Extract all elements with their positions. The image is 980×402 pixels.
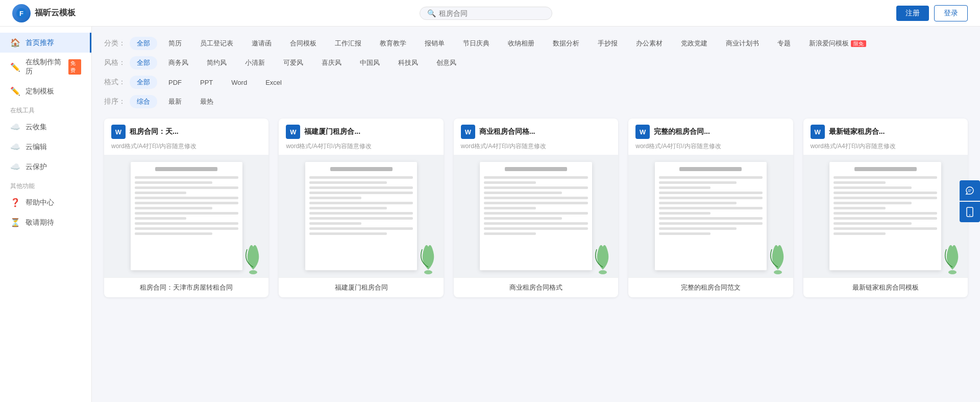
sidebar-item-coming: ⏳ 敬请期待 (0, 212, 91, 232)
card-3-name: 商业租房合同格式 (454, 277, 618, 297)
search-input[interactable] (439, 9, 545, 17)
cloud-edit-icon: ☁️ (10, 142, 20, 152)
cloud-protect-icon: ☁️ (10, 162, 20, 172)
card-2-title: 福建厦门租房合... (304, 127, 360, 136)
style-tag-creative[interactable]: 创意风 (429, 56, 463, 69)
plant-deco-1 (238, 237, 268, 277)
new-badge: 限免 (851, 40, 866, 47)
sidebar-item-home[interactable]: 🏠 首页推荐 (0, 33, 91, 53)
card-3-title: 商业租房合同格... (479, 127, 535, 136)
filter-tag-data[interactable]: 数据分析 (546, 37, 586, 50)
filter-tag-biz[interactable]: 商业计划书 (719, 37, 766, 50)
sidebar-item-help[interactable]: ❓ 帮助中心 (0, 193, 91, 212)
style-tag-fresh[interactable]: 小清新 (238, 56, 272, 69)
layout: 🏠 首页推荐 ✏️ 在线制作简历 免费 ✏️ 定制模板 在线工具 ☁️ 云收集 … (0, 0, 980, 402)
style-tag-chinese[interactable]: 中国风 (353, 56, 387, 69)
plant-deco-4 (763, 237, 793, 277)
sidebar: 🏠 首页推荐 ✏️ 在线制作简历 免费 ✏️ 定制模板 在线工具 ☁️ 云收集 … (0, 27, 92, 402)
sidebar-item-cloud-protect[interactable]: ☁️ 云保护 (0, 157, 91, 177)
template-card-1[interactable]: W 租房合同：天... word格式/A4打印/内容随意修改 (104, 119, 268, 297)
word-icon-4: W (635, 125, 650, 139)
feedback-button[interactable] (960, 180, 980, 201)
template-card-3[interactable]: W 商业租房合同格... word格式/A4打印/内容随意修改 (454, 119, 618, 297)
template-card-5[interactable]: W 最新链家租房合... word格式/A4打印/内容随意修改 (803, 119, 968, 297)
style-tag-business[interactable]: 商务风 (161, 56, 195, 69)
sort-tag-newest[interactable]: 最新 (161, 95, 189, 108)
sidebar-item-custom[interactable]: ✏️ 定制模板 (0, 81, 91, 101)
filter-tag-all[interactable]: 全部 (130, 37, 157, 50)
filter-tag-resume[interactable]: 简历 (161, 37, 189, 50)
style-filter-row: 风格： 全部 商务风 简约风 小清新 可爱风 喜庆风 中国风 科技风 创意风 (104, 56, 968, 69)
format-tag-excel[interactable]: Excel (258, 77, 289, 88)
filter-tag-special[interactable]: 专题 (770, 37, 798, 50)
login-button[interactable]: 登录 (934, 5, 968, 21)
filter-tag-xinlang[interactable]: 新浪爱问模板限免 (802, 37, 873, 50)
filter-tag-report[interactable]: 工作汇报 (328, 37, 369, 50)
filter-tag-sales[interactable]: 报销单 (418, 37, 452, 50)
card-5-name: 最新链家租房合同模板 (803, 277, 968, 297)
custom-icon: ✏️ (10, 86, 20, 96)
format-tag-word[interactable]: Word (224, 77, 254, 88)
word-icon-5: W (811, 125, 825, 139)
style-tag-cute[interactable]: 可爱风 (276, 56, 310, 69)
sort-tag-comprehensive[interactable]: 综合 (130, 95, 157, 108)
style-tag-festive[interactable]: 喜庆风 (314, 56, 349, 69)
header: F 福昕云模板 🔍 注册 登录 (0, 0, 980, 27)
card-4-title: 完整的租房合同... (654, 127, 710, 136)
filter-tag-employee[interactable]: 员工登记表 (193, 37, 240, 50)
card-5-preview (803, 155, 968, 277)
sidebar-item-cloud-protect-label: 云保护 (26, 162, 47, 172)
sidebar-item-resume-label: 在线制作简历 (26, 58, 61, 76)
search-bar[interactable]: 🔍 (420, 7, 552, 20)
format-filter-row: 格式： 全部 PDF PPT Word Excel (104, 76, 968, 89)
logo-text: 福昕云模板 (35, 8, 76, 18)
sidebar-section-tools: 在线工具 (0, 101, 91, 117)
style-tag-tech[interactable]: 科技风 (391, 56, 425, 69)
card-2-doc (305, 162, 417, 270)
style-tag-all[interactable]: 全部 (130, 56, 157, 69)
template-card-2[interactable]: W 福建厦门租房合... word格式/A4打印/内容随意修改 (279, 119, 443, 297)
card-5-header: W 最新链家租房合... (803, 119, 968, 142)
card-1-preview (104, 155, 268, 277)
card-4-preview (628, 155, 793, 277)
svg-point-8 (969, 215, 970, 216)
svg-point-4 (599, 270, 607, 274)
card-1-name: 租房合同：天津市房屋转租合同 (104, 277, 268, 297)
filter-tag-contract[interactable]: 合同模板 (283, 37, 324, 50)
card-5-sub: word格式/A4打印/内容随意修改 (803, 142, 968, 155)
sidebar-item-cloud-edit[interactable]: ☁️ 云编辑 (0, 137, 91, 157)
format-tag-ppt[interactable]: PPT (193, 77, 220, 88)
card-2-name: 福建厦门租房合同 (279, 277, 443, 297)
main-content: 分类： 全部 简历 员工登记表 邀请函 合同模板 工作汇报 教育教学 报销单 节… (92, 27, 980, 402)
style-label: 风格： (104, 58, 126, 67)
svg-point-3 (424, 270, 432, 274)
category-filter-row: 分类： 全部 简历 员工登记表 邀请函 合同模板 工作汇报 教育教学 报销单 节… (104, 37, 968, 50)
header-right: 注册 登录 (896, 5, 968, 21)
card-3-preview (454, 155, 618, 277)
coming-icon: ⏳ (10, 218, 20, 227)
filter-tag-office[interactable]: 办公素材 (629, 37, 670, 50)
plant-deco-2 (413, 237, 444, 277)
sidebar-item-resume[interactable]: ✏️ 在线制作简历 免费 (0, 53, 91, 81)
category-label: 分类： (104, 39, 126, 48)
filter-tag-edu[interactable]: 教育教学 (373, 37, 413, 50)
sort-label: 排序： (104, 97, 126, 106)
template-grid: W 租房合同：天... word格式/A4打印/内容随意修改 (104, 119, 968, 297)
sidebar-item-custom-label: 定制模板 (26, 87, 54, 96)
style-tag-simple[interactable]: 简约风 (200, 56, 234, 69)
filter-tag-handout[interactable]: 手抄报 (591, 37, 625, 50)
format-tag-all[interactable]: 全部 (130, 76, 157, 89)
format-tag-pdf[interactable]: PDF (161, 77, 189, 88)
sort-row: 排序： 综合 最新 最热 (104, 95, 968, 108)
sidebar-item-cloud-collect[interactable]: ☁️ 云收集 (0, 117, 91, 137)
sort-tag-hottest[interactable]: 最热 (193, 95, 220, 108)
filter-tag-party[interactable]: 党政党建 (674, 37, 715, 50)
template-card-4[interactable]: W 完整的租房合同... word格式/A4打印/内容随意修改 (628, 119, 793, 297)
card-2-preview (279, 155, 443, 277)
register-button[interactable]: 注册 (896, 6, 929, 21)
filter-tag-festival[interactable]: 节日庆典 (456, 37, 497, 50)
filter-tag-album[interactable]: 收纳相册 (501, 37, 542, 50)
filter-tag-invitation[interactable]: 邀请函 (244, 37, 279, 50)
plant-deco-3 (587, 237, 618, 277)
mobile-button[interactable] (960, 202, 980, 222)
